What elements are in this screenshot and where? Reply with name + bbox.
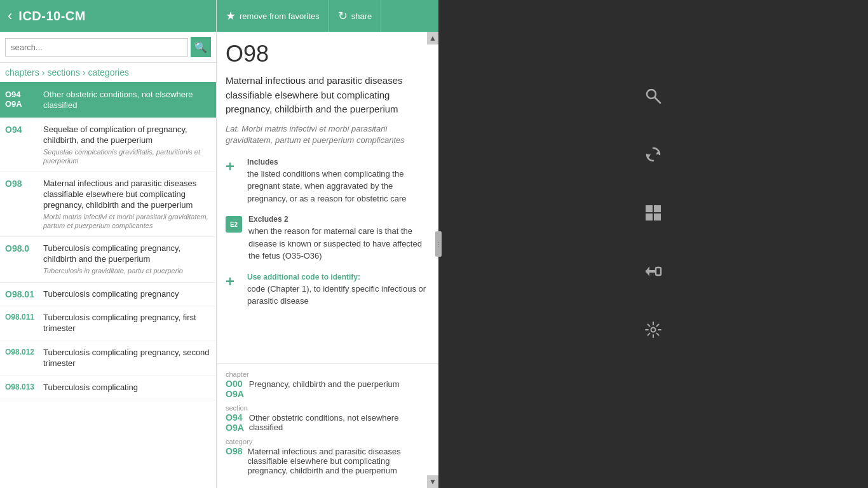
app-header: ‹ ICD-10-CM	[0, 0, 216, 32]
category-item[interactable]: category O98 Maternal infectious and par…	[226, 438, 430, 475]
chapter-label: chapter	[226, 370, 430, 378]
chapter-text: Pregnancy, childbirth and the puerperium	[249, 379, 400, 389]
category-text: Maternal infectious and parasitic diseas…	[247, 447, 430, 475]
chapter-item[interactable]: chapter O00 O9A Pregnancy, childbirth an…	[226, 370, 430, 399]
share-label: share	[351, 11, 372, 21]
excludes2-text: when the reason for maternal care is tha…	[248, 225, 430, 262]
search-button[interactable]: 🔍	[191, 37, 211, 57]
svg-point-11	[651, 328, 656, 332]
list-item[interactable]: O98.01 Tuberculosis complicating pregnan…	[0, 283, 216, 307]
list-item[interactable]: O98.011 Tuberculosis complicating pregna…	[0, 306, 216, 341]
section-code: O94 O9A	[226, 412, 244, 433]
plus-icon: +	[226, 159, 241, 174]
includes-label: Includes	[247, 158, 430, 166]
breadcrumb-chapters[interactable]: chapters	[5, 67, 39, 78]
list-item[interactable]: O94 O9A Other obstetric conditions, not …	[0, 83, 216, 118]
includes-block: + Includes the listed conditions when co…	[226, 158, 430, 205]
right-refresh-icon[interactable]	[640, 141, 667, 168]
left-list: O94 O9A Other obstetric conditions, not …	[0, 83, 216, 488]
excludes2-icon: E2	[226, 216, 242, 233]
app-title: ICD-10-CM	[18, 9, 86, 24]
category-code: O98	[226, 446, 242, 456]
share-icon: ↻	[338, 9, 348, 23]
list-item[interactable]: O98 Maternal infectious and parasitic di…	[0, 172, 216, 237]
favorites-button[interactable]: ★ remove from favorites	[217, 0, 329, 32]
share-button[interactable]: ↻ share	[329, 0, 382, 32]
code-heading: O98	[226, 41, 430, 67]
section-text: Other obstetric conditions, not elsewher…	[249, 413, 430, 432]
left-panel: ‹ ICD-10-CM 🔍 chapters › sections › cate…	[0, 0, 216, 488]
list-item[interactable]: O98.013 Tuberculosis complicating	[0, 376, 216, 400]
favorites-label: remove from favorites	[240, 11, 320, 21]
middle-content: O98 Maternal infectious and parasitic di…	[217, 32, 438, 363]
breadcrumb-bottom: chapter O00 O9A Pregnancy, childbirth an…	[217, 363, 438, 488]
back-icon[interactable]: ‹	[8, 8, 12, 24]
search-bar: 🔍	[0, 32, 216, 63]
svg-rect-6	[646, 214, 653, 220]
right-windows-icon[interactable]	[640, 200, 667, 226]
list-item[interactable]: O98.012 Tuberculosis complicating pregna…	[0, 341, 216, 376]
breadcrumb-sections[interactable]: sections	[47, 67, 79, 78]
chapter-code: O00 O9A	[226, 379, 244, 399]
svg-rect-4	[646, 205, 653, 212]
section-item[interactable]: section O94 O9A Other obstetric conditio…	[226, 404, 430, 433]
middle-panel: ★ remove from favorites ↻ share ▲ O98 Ma…	[216, 0, 438, 488]
additional-icon: +	[226, 274, 241, 289]
category-label: category	[226, 438, 430, 445]
additional-block: + Use additional code to identify: code …	[226, 273, 430, 308]
additional-text: code (Chapter 1), to identify specific i…	[247, 283, 430, 308]
excludes2-block: E2 Excludes 2 when the reason for matern…	[226, 215, 430, 262]
svg-marker-9	[646, 266, 649, 276]
list-item[interactable]: O94 Sequelae of complication of pregnanc…	[0, 118, 216, 172]
includes-text: the listed conditions when complicating …	[247, 168, 430, 205]
breadcrumb-sep1: ›	[42, 67, 45, 78]
search-input[interactable]	[5, 38, 188, 57]
list-item[interactable]: O98.0 Tuberculosis complicating pregnanc…	[0, 237, 216, 282]
right-settings-icon[interactable]	[640, 316, 667, 343]
svg-line-1	[655, 98, 660, 103]
divider-handle: ⋮	[435, 231, 442, 257]
scroll-up-arrow[interactable]: ▲	[427, 32, 438, 44]
code-latin: Lat. Morbi matris infectivi et morbi par…	[226, 123, 430, 146]
scroll-down-arrow[interactable]: ▼	[427, 475, 438, 488]
section-label: section	[226, 404, 430, 412]
svg-rect-5	[654, 205, 661, 212]
breadcrumb: chapters › sections › categories	[0, 63, 216, 83]
star-icon: ★	[226, 9, 236, 23]
svg-rect-7	[654, 214, 661, 220]
excludes2-label: Excludes 2	[248, 215, 430, 224]
additional-label: Use additional code to identify:	[247, 273, 430, 281]
toolbar: ★ remove from favorites ↻ share	[217, 0, 438, 32]
right-search-icon[interactable]	[640, 83, 667, 109]
code-description: Maternal infectious and parasitic diseas…	[226, 74, 430, 117]
right-panel	[438, 0, 868, 488]
breadcrumb-sep2: ›	[83, 67, 86, 78]
svg-rect-10	[656, 268, 661, 275]
svg-point-0	[647, 90, 656, 98]
breadcrumb-categories[interactable]: categories	[88, 67, 129, 78]
right-back-icon[interactable]	[640, 258, 667, 285]
